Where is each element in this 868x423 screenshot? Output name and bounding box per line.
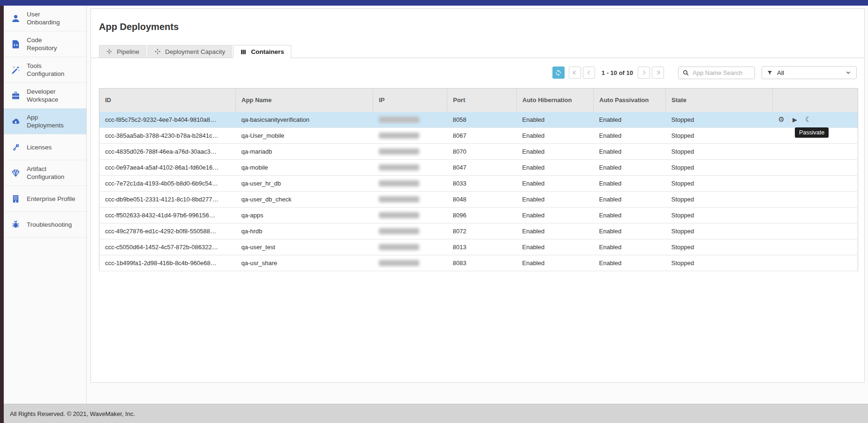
sidebar-item-app-deployments[interactable]: App Deployments [4,109,86,134]
ip-redacted-value [379,164,419,171]
pagination-range: 1 - 10 of 10 [602,69,633,76]
table-row[interactable]: ccc-ff502633-8432-41d4-97b6-996156… qa-a… [99,208,858,223]
search-input[interactable] [678,67,755,79]
ip-redacted-value [379,228,419,234]
sidebar-item-enterprise-profile[interactable]: Enterprise Profile [4,186,86,212]
tab-containers[interactable]: Containers [233,45,291,58]
first-page-button[interactable] [569,67,581,79]
cell-auto-hibernation: Enabled [517,255,594,271]
table-row[interactable]: ccc-db9be051-2331-4121-8c10-8bd277… qa-u… [99,192,858,208]
user-icon [11,14,21,23]
sidebar-item-label: Tools Configuration [27,62,64,78]
cell-auto-hibernation: Enabled [517,223,594,239]
chevron-left-icon [586,69,592,76]
column-header-id: ID [99,89,236,112]
ip-redacted-value [379,212,419,218]
table-row[interactable]: ccc-1b499fa1-2d98-416b-8c4b-960e68… qa-u… [99,255,858,271]
move-arrows-icon [154,48,161,55]
sidebar-item-troubleshooting[interactable]: Troubleshooting [4,212,86,237]
tab-label: Containers [251,48,284,55]
cell-actions: ⚙ ▶ ☾ [773,160,858,176]
cell-port: 8033 [447,176,517,192]
table-toolbar: 1 - 10 of 10 All [552,66,857,79]
cell-app-name: qa-user_db_check [236,192,373,208]
tab-bar: Pipeline Deployment Capacity Containers [91,45,864,58]
sidebar-item-developer-workspace[interactable]: Developer Workspace [4,83,86,109]
sidebar-item-label: User Onboarding [27,10,60,26]
cell-state: Stopped [666,128,773,144]
previous-page-button[interactable] [583,67,595,79]
cell-state: Stopped [666,208,773,223]
table-row[interactable]: ccc-0e97aea4-a5af-4102-86a1-fd60e16… qa-… [99,160,858,176]
next-page-button[interactable] [638,67,650,79]
sidebar-item-user-onboarding[interactable]: User Onboarding [4,6,86,31]
cell-port: 8067 [447,128,517,144]
cell-auto-passivation: Enabled [594,239,666,255]
chevron-right-icon [641,69,647,76]
column-header-state: State [666,89,773,112]
refresh-button[interactable] [552,67,565,79]
cell-app-name: qa-User_mobile [236,128,373,144]
refresh-icon [555,69,562,76]
settings-gear-icon[interactable]: ⚙ [778,116,785,123]
sidebar-item-artifact-configuration[interactable]: Artifact Configuration [4,160,86,186]
cell-auto-passivation: Enabled [594,255,666,271]
sidebar-item-code-repository[interactable]: Code Repository [4,31,86,57]
cell-actions: ⚙ ▶ ☾ [773,176,858,192]
cell-auto-hibernation: Enabled [517,144,594,160]
table-row[interactable]: ccc-c5050d64-1452-4c57-872b-086322… qa-u… [99,239,858,255]
sidebar-item-label: Licenses [27,143,52,151]
column-header-ip: IP [373,89,447,112]
app-deployments-cloud-icon [11,117,21,126]
sidebar-item-label: Troubleshooting [27,221,72,229]
cell-auto-passivation: Enabled [594,160,666,176]
column-header-auto-hibernation: Auto Hibernation [517,89,594,112]
containers-table: ID App Name IP Port Auto Hibernation Aut… [99,88,858,271]
cell-auto-hibernation: Enabled [517,192,594,208]
search-icon [682,69,689,76]
start-play-icon[interactable]: ▶ [793,117,797,123]
table-row[interactable]: ccc-7e72c1da-4193-4b05-b8d0-6b9c54… qa-u… [99,176,858,192]
cell-app-name: qa-basicsanityverification [236,112,373,128]
ip-redacted-value [379,196,419,202]
tab-label: Deployment Capacity [165,48,225,55]
top-navbar [0,0,868,6]
cell-state: Stopped [666,176,773,192]
cell-actions: ⚙ ▶ ☾ [773,208,858,223]
sidebar-item-licenses[interactable]: Licenses [4,134,86,160]
cell-ip [373,176,447,192]
pipeline-icon [106,48,113,55]
first-page-icon [572,69,578,76]
table-row[interactable]: ccc-385aa5ab-3788-4230-b78a-b2841c… qa-U… [99,128,858,144]
passivate-moon-icon[interactable]: ☾ [805,116,811,123]
cell-actions: ⚙ ▶ ☾ [773,255,858,271]
sidebar-item-tools-configuration[interactable]: Tools Configuration [4,57,86,83]
cell-auto-hibernation: Enabled [517,208,594,223]
table-row[interactable]: ccc-4835d026-788f-46ea-a76d-30aac3… qa-m… [99,144,858,160]
app-deployments-panel: App Deployments Pipeline Deployment Capa… [91,8,865,383]
table-row[interactable]: ccc-49c27876-ed1c-4292-b0f8-550588… qa-h… [99,223,858,239]
table-row[interactable]: ccc-f85c75c2-9232-4ee7-b404-9810a8… qa-b… [99,112,858,128]
tab-label: Pipeline [117,48,139,55]
last-page-button[interactable] [652,67,664,79]
app-name-search [678,67,755,79]
app-filter-select[interactable]: All [762,66,857,79]
tab-pipeline[interactable]: Pipeline [99,45,146,58]
cell-auto-passivation: Enabled [594,208,666,223]
cell-auto-hibernation: Enabled [517,160,594,176]
troubleshooting-bug-icon [11,220,21,230]
cell-id: ccc-c5050d64-1452-4c57-872b-086322… [99,239,236,255]
cell-auto-passivation: Enabled [594,128,666,144]
ip-redacted-value [379,117,419,123]
copyright-text: All Rights Reserved. © 2021, WaveMaker, … [10,410,135,417]
ip-redacted-value [379,260,419,266]
cell-auto-passivation: Enabled [594,112,666,128]
ip-redacted-value [379,244,419,250]
cell-auto-passivation: Enabled [594,192,666,208]
tab-deployment-capacity[interactable]: Deployment Capacity [147,45,232,58]
column-header-port: Port [447,89,517,112]
cell-state: Stopped [666,192,773,208]
developer-workspace-icon [11,91,21,101]
code-repository-icon [11,39,21,49]
sidebar-item-label: App Deployments [27,113,64,129]
